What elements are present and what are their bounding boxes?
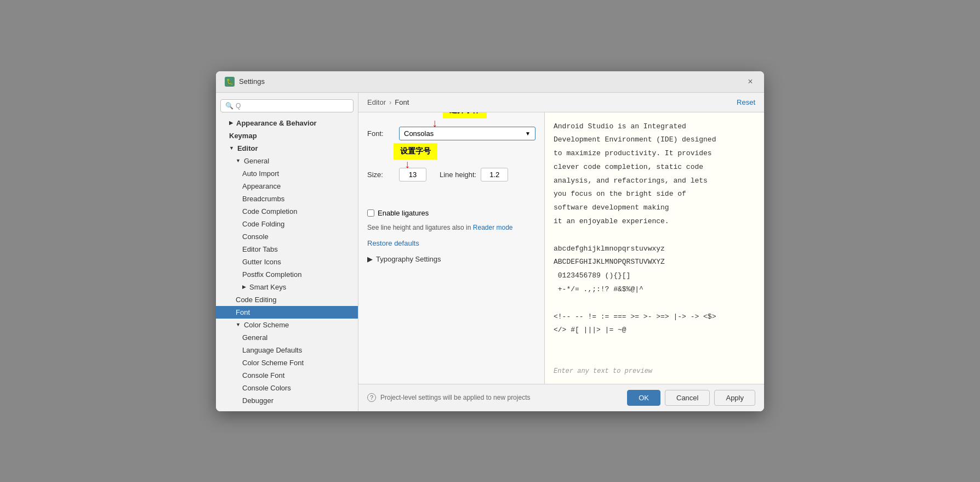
preview-line: ABCDEFGHIJKLMNOPQRSTUVWXYZ — [554, 257, 755, 268]
sidebar-item-label: Debugger — [242, 396, 274, 405]
font-select[interactable]: Consolas ▼ — [399, 127, 535, 140]
sidebar-item-label: Keymap — [229, 132, 257, 140]
sidebar-item-cs-general[interactable]: General — [216, 331, 358, 344]
titlebar: 🐛 Settings × — [216, 71, 764, 93]
font-label: Font: — [367, 129, 395, 138]
ligatures-row: Enable ligatures — [367, 209, 535, 217]
size-input[interactable] — [399, 168, 426, 182]
content-area: 🔍 Q ▶ Appearance & Behavior Keymap ▼ Edi… — [216, 93, 764, 411]
sidebar-item-label: Code Folding — [242, 220, 284, 228]
preview-panel: Android Studio is an Integrated Developm… — [545, 112, 764, 384]
sidebar-item-keymap[interactable]: Keymap — [216, 129, 358, 142]
apply-button[interactable]: Apply — [714, 390, 755, 406]
sidebar-item-code-completion[interactable]: Code Completion — [216, 205, 358, 218]
sidebar-item-label: General — [242, 333, 267, 342]
sidebar-item-label: Color Scheme Font — [242, 359, 304, 367]
sidebar-item-font[interactable]: Font — [216, 306, 358, 319]
size-wrapper: 设置字号 ↓ — [399, 168, 426, 182]
main-panel: Editor › Font Reset Font: 选择字体 — [358, 93, 764, 411]
preview-line — [554, 298, 755, 309]
chevron-down-icon: ▼ — [229, 145, 234, 151]
font-callout: 选择字体 — [443, 112, 487, 118]
typography-settings-section[interactable]: ▶ Typography Settings — [367, 255, 535, 263]
sidebar-item-label: Language Defaults — [242, 346, 302, 354]
dropdown-arrow-icon: ▼ — [525, 131, 531, 137]
sidebar-item-console-colors[interactable]: Console Colors — [216, 382, 358, 394]
preview-line: 0123456789 (){}[] — [554, 270, 755, 282]
sidebar-item-language-defaults[interactable]: Language Defaults — [216, 344, 358, 356]
ligatures-label: Enable ligatures — [378, 209, 429, 217]
chevron-down-icon: ▼ — [236, 158, 241, 163]
sidebar-item-postfix-completion[interactable]: Postfix Completion — [216, 268, 358, 281]
preview-line: analysis, and refactorings, and lets — [554, 175, 755, 187]
preview-text-area[interactable]: Android Studio is an Integrated Developm… — [554, 121, 755, 363]
sidebar-item-code-editing[interactable]: Code Editing — [216, 293, 358, 306]
preview-line — [554, 230, 755, 241]
arrow-to-size: ↓ — [404, 158, 410, 171]
sidebar-item-console-font[interactable]: Console Font — [216, 369, 358, 382]
sidebar-item-label: Postfix Completion — [242, 270, 301, 279]
reader-mode-link[interactable]: Reader mode — [473, 224, 513, 231]
sidebar-item-breadcrumbs[interactable]: Breadcrumbs — [216, 192, 358, 205]
sidebar-item-editor-tabs[interactable]: Editor Tabs — [216, 243, 358, 256]
preview-line: to maximize productivity. It provides — [554, 148, 755, 160]
sidebar-item-gutter-icons[interactable]: Gutter Icons — [216, 256, 358, 268]
search-icon: 🔍 — [225, 102, 233, 110]
main-content: Font: 选择字体 ↓ Consolas ▼ — [358, 112, 764, 384]
preview-line: you focus on the bright side of — [554, 189, 755, 200]
help-icon: ? — [367, 393, 376, 402]
preview-line: Development Environment (IDE) designed — [554, 134, 755, 146]
preview-line: clever code completion, static code — [554, 162, 755, 173]
sidebar-item-label: Breadcrumbs — [242, 195, 284, 203]
sidebar-item-color-scheme[interactable]: ▼ Color Scheme — [216, 319, 358, 331]
sidebar-item-appearance[interactable]: Appearance — [216, 180, 358, 192]
search-placeholder: Q — [236, 102, 241, 110]
sidebar-item-appearance-behavior[interactable]: ▶ Appearance & Behavior — [216, 117, 358, 129]
breadcrumb-separator: › — [389, 98, 391, 106]
reset-button[interactable]: Reset — [737, 98, 755, 106]
arrow-to-font: ↓ — [432, 117, 437, 129]
sidebar-item-label: Color Scheme — [244, 321, 289, 329]
sidebar-item-code-folding[interactable]: Code Folding — [216, 218, 358, 230]
sidebar-item-label: Code Editing — [236, 296, 276, 304]
sidebar-item-label: Appearance — [242, 182, 281, 190]
sidebar-item-label: Gutter Icons — [242, 258, 281, 266]
preview-footer: Enter any text to preview — [554, 367, 755, 375]
sidebar-item-general[interactable]: ▼ General — [216, 155, 358, 167]
window-title: Settings — [239, 77, 741, 86]
sidebar-item-label: Auto Import — [242, 169, 279, 178]
dialog-footer: ? Project-level settings will be applied… — [358, 384, 764, 411]
sidebar-item-label: Editor — [237, 144, 258, 152]
breadcrumb-current: Font — [395, 98, 409, 106]
chevron-right-icon: ▶ — [242, 284, 246, 290]
sidebar-item-label: Font — [236, 308, 250, 316]
footer-buttons: OK Cancel Apply — [627, 390, 755, 406]
size-label: Size: — [367, 171, 395, 179]
preview-line: software development making — [554, 202, 755, 214]
preview-line: </> #[ |||> |= ~@ — [554, 325, 755, 336]
app-icon: 🐛 — [225, 77, 235, 87]
sidebar-item-debugger[interactable]: Debugger — [216, 394, 358, 407]
sidebar-item-editor[interactable]: ▼ Editor — [216, 142, 358, 155]
footer-info: ? Project-level settings will be applied… — [367, 393, 530, 402]
ok-button[interactable]: OK — [627, 390, 660, 406]
sidebar-item-color-scheme-font[interactable]: Color Scheme Font — [216, 356, 358, 369]
cancel-button[interactable]: Cancel — [665, 390, 710, 406]
preview-line: abcdefghijklmnopqrstuvwxyz — [554, 243, 755, 255]
search-box[interactable]: 🔍 Q — [220, 99, 354, 112]
preview-line: +-*/= .,;:!? #&$%@|^ — [554, 284, 755, 296]
sidebar-item-label: Console Font — [242, 371, 284, 379]
sidebar-item-label: General — [244, 157, 269, 165]
line-height-label: Line height: — [440, 171, 476, 179]
sidebar-item-label: Console — [242, 233, 269, 241]
sidebar-item-auto-import[interactable]: Auto Import — [216, 167, 358, 180]
ligatures-checkbox[interactable] — [367, 209, 374, 217]
sidebar-item-smart-keys[interactable]: ▶ Smart Keys — [216, 281, 358, 293]
sidebar-item-console[interactable]: Console — [216, 230, 358, 243]
close-button[interactable]: × — [745, 77, 755, 87]
breadcrumb: Editor › Font — [367, 98, 409, 106]
font-row: Font: 选择字体 ↓ Consolas ▼ — [367, 127, 535, 140]
restore-defaults-button[interactable]: Restore defaults — [367, 239, 535, 247]
line-height-input[interactable] — [481, 168, 508, 182]
font-value: Consolas — [404, 129, 434, 138]
